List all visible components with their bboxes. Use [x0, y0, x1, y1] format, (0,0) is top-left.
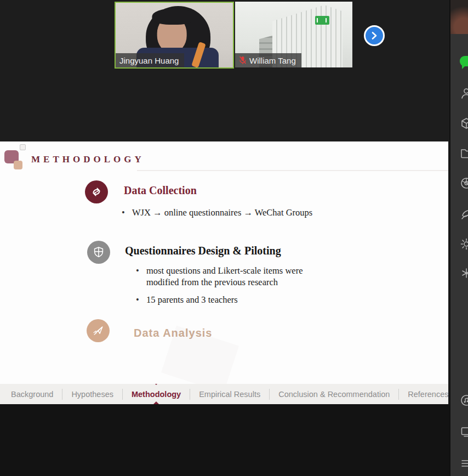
meeting-window: Jingyuan Huang William Tang METHODOLOG [0, 0, 468, 476]
screen-share-region: METHODOLOGY Data Collection WJX → online… [0, 141, 448, 384]
section-heading: Questionnaires Design & Piloting [125, 245, 281, 257]
tab-hypotheses[interactable]: Hypotheses [62, 384, 122, 404]
settings-gear-icon[interactable] [460, 237, 468, 251]
next-page-button[interactable] [364, 25, 385, 46]
slide-logo-square-tan [14, 161, 22, 169]
slide-logo-square-small [20, 144, 26, 150]
tab-empirical-results[interactable]: Empirical Results [190, 384, 269, 404]
participant-name: William Tang [249, 56, 296, 65]
active-tab-marker-top [153, 384, 159, 385]
slide-bullet: most questions and Likert-scale items we… [136, 265, 320, 288]
beauty-camera-icon[interactable] [460, 177, 468, 190]
shield-icon [87, 241, 110, 264]
slide-bullet: WJX → online questionnaires → WeChat Gro… [122, 207, 352, 218]
participant-name-tag: Jingyuan Huang [116, 53, 184, 67]
section-heading: Data Collection [124, 184, 197, 197]
paper-plane-icon [87, 319, 110, 342]
tab-label: Methodology [132, 390, 181, 399]
decor [152, 8, 195, 25]
video-thumbnail-speaker[interactable]: Jingyuan Huang [115, 2, 234, 69]
record-icon[interactable] [460, 394, 468, 407]
participant-name-tag: William Tang [235, 53, 301, 67]
effects-sparkle-icon[interactable] [460, 267, 468, 280]
more-menu-icon[interactable] [460, 457, 468, 470]
tab-conclusion-recommendation[interactable]: Conclusion & Recommendation [270, 384, 398, 404]
building-logo [315, 16, 329, 25]
meeting-toolbar [449, 0, 468, 476]
slide-section-tabbar: Background Hypotheses Methodology Empiri… [0, 384, 448, 404]
sync-arrows-icon [85, 180, 108, 203]
filter-icon[interactable] [460, 208, 468, 221]
slide-title: METHODOLOGY [31, 154, 145, 165]
folder-icon[interactable] [460, 146, 468, 160]
background [0, 404, 449, 476]
chat-icon[interactable] [460, 56, 468, 66]
tab-background[interactable]: Background [2, 384, 62, 404]
participant-avatar[interactable] [450, 0, 468, 34]
participants-icon[interactable] [460, 87, 468, 100]
share-screen-icon[interactable] [460, 425, 468, 438]
tab-methodology[interactable]: Methodology [123, 384, 190, 404]
tab-references[interactable]: References [399, 384, 448, 404]
muted-mic-icon [239, 56, 247, 65]
apps-cube-icon[interactable] [460, 117, 468, 130]
slide-bullet: 15 parents and 3 teachers [136, 294, 320, 305]
participant-name: Jingyuan Huang [119, 56, 179, 65]
chevron-right-icon [370, 31, 379, 40]
video-thumbnail[interactable]: William Tang [235, 2, 352, 67]
divider [137, 170, 448, 171]
